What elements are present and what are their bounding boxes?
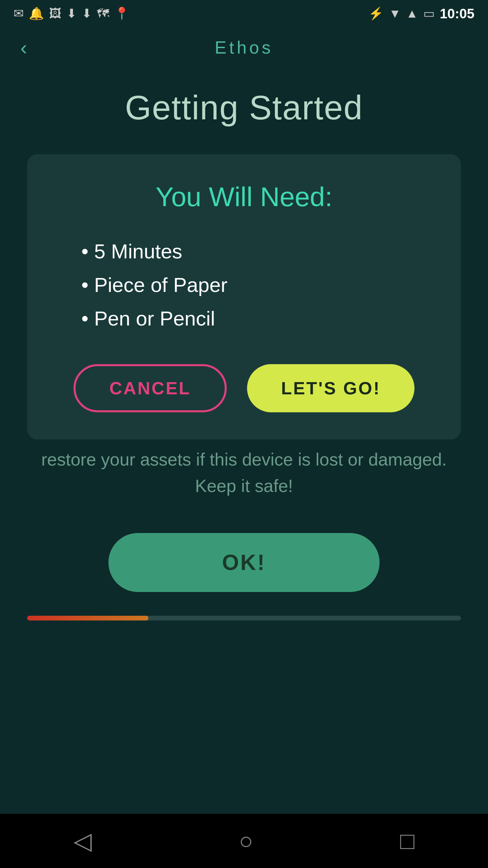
status-time: 10:05 [440,6,474,21]
signal-icon: ▼ [389,6,401,21]
progress-bar-fill [27,616,148,620]
list-item: Pen or Pencil [81,307,427,330]
status-bar-left: ✉ 🔔 🖼 ⬇ ⬇ 🗺 📍 [14,6,129,21]
page-title-container: Getting Started [0,68,488,154]
progress-container [0,606,488,631]
status-bar: ✉ 🔔 🖼 ⬇ ⬇ 🗺 📍 ⚡ ▼ ▲ ▭ 10:05 [0,0,488,27]
back-nav-icon[interactable]: ◁ [74,827,92,855]
app-title: Ethos [215,37,273,58]
wifi-icon: ▲ [406,6,418,21]
ok-button[interactable]: OK! [108,533,380,592]
download-icon: ⬇ [66,6,77,21]
home-nav-icon[interactable]: ○ [239,827,253,854]
card-buttons: CANCEL LET'S GO! [61,364,427,412]
download2-icon: ⬇ [82,6,92,21]
card-items-list: 5 Minutes Piece of Paper Pen or Pencil [81,240,427,330]
recents-nav-icon[interactable]: □ [400,827,414,854]
progress-bar-background [27,616,461,620]
background-text-container: restore your assets if this device is lo… [0,433,488,513]
page-title: Getting Started [125,88,363,126]
location-icon: 📍 [114,6,129,21]
card-heading: You Will Need: [61,181,427,213]
status-bar-right: ⚡ ▼ ▲ ▭ 10:05 [368,6,474,21]
back-button[interactable]: ‹ [20,36,27,59]
notification-icon: 🔔 [29,6,44,21]
list-item: Piece of Paper [81,273,427,297]
battery-icon: ▭ [423,6,435,21]
bottom-nav: ◁ ○ □ [0,814,488,868]
email-icon: ✉ [14,6,24,21]
getting-started-card: You Will Need: 5 Minutes Piece of Paper … [27,154,461,439]
cancel-button[interactable]: CANCEL [74,364,227,412]
maps-icon: 🗺 [97,6,109,21]
background-text: restore your assets if this device is lo… [41,450,447,496]
ok-button-container: OK! [0,513,488,606]
header: ‹ Ethos [0,27,488,68]
lets-go-button[interactable]: LET'S GO! [247,364,414,412]
bluetooth-icon: ⚡ [368,6,384,21]
photo-icon: 🖼 [49,6,61,21]
list-item: 5 Minutes [81,240,427,263]
